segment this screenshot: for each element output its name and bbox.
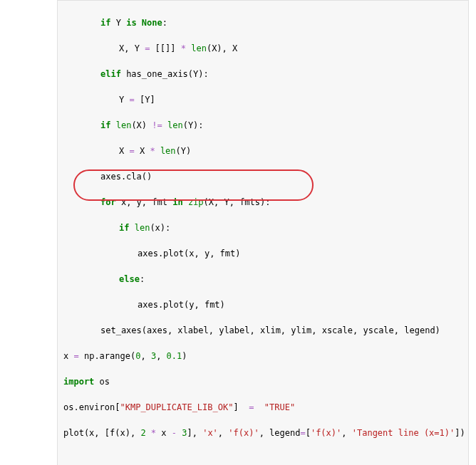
code-cell: if Y is None: X, Y = [[]] * len(X), X el…: [57, 0, 469, 465]
code-line: else:: [63, 273, 462, 286]
code-line: X = X * len(Y): [63, 145, 462, 157]
code-line: plot(x, [f(x), 2 * x - 3], 'x', 'f(x)', …: [63, 427, 462, 439]
code-line: Y = [Y]: [63, 93, 462, 106]
code-line: if len(X) != len(Y):: [63, 119, 462, 132]
code-line: elif has_one_axis(Y):: [63, 68, 462, 80]
code-line: x = np.arange(0, 3, 0.1): [63, 350, 462, 362]
code-line: set_axes(axes, xlabel, ylabel, xlim, yli…: [63, 324, 462, 337]
code-line: if Y is None:: [63, 16, 462, 29]
code-line: axes.cla(): [63, 170, 462, 183]
code-line: axes.plot(y, fmt): [63, 298, 462, 311]
code-line: import os: [63, 375, 462, 388]
code-line: os.environ["KMP_DUPLICATE_LIB_OK"] = "TR…: [63, 401, 462, 414]
code-line: if len(x):: [63, 221, 462, 234]
code-line: X, Y = [[]] * len(X), X: [63, 42, 462, 55]
code-line: axes.plot(x, y, fmt): [63, 247, 462, 260]
code-line: for x, y, fmt in zip(X, Y, fmts):: [63, 196, 462, 209]
